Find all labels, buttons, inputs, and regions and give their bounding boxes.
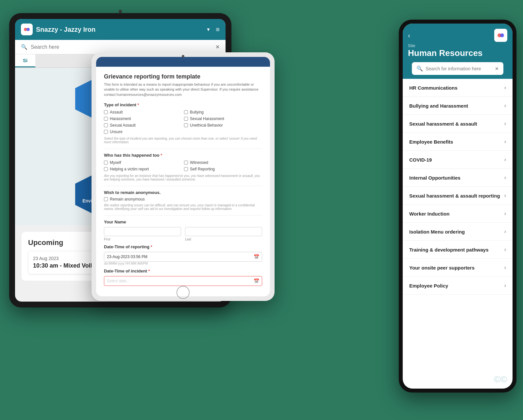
checkbox-myself-input[interactable]	[104, 161, 108, 165]
who-required-marker: *	[160, 153, 162, 158]
list-label-bullying-harassment: Bullying and Harassment	[409, 103, 504, 109]
list-item-isolation-menu[interactable]: Isolation Menu ordering ›	[403, 223, 513, 241]
phone-search-input[interactable]	[426, 66, 492, 71]
tablet-header: Snazzy - Jazzy Iron ▼ ≡	[15, 19, 226, 40]
checkbox-sexual-harassment-input[interactable]	[184, 117, 188, 121]
date-time-incident-input[interactable]: Select date... 📅	[104, 276, 262, 286]
chevron-icon: ›	[504, 121, 506, 127]
phone-title: Human Resources	[408, 48, 507, 58]
list-item-hr-communications[interactable]: HR Communications ›	[403, 79, 513, 97]
checkbox-harassment[interactable]: Harassment	[104, 116, 182, 121]
list-label-training-development: Training & development pathways	[409, 247, 504, 253]
list-label-sexual-harassment-reporting: Sexual harassment & assault reporting	[409, 193, 504, 199]
list-item-sexual-harassment[interactable]: Sexual harassment & assault ›	[403, 115, 513, 133]
checkbox-harassment-label: Harassment	[110, 116, 131, 121]
checkbox-unethical-input[interactable]	[184, 123, 188, 127]
list-item-bullying-harassment[interactable]: Bullying and Harassment ›	[403, 97, 513, 115]
chevron-icon: ›	[504, 211, 506, 217]
calendar-icon[interactable]: 📅	[254, 254, 259, 259]
chevron-icon: ›	[504, 229, 506, 235]
checkbox-sexual-assault[interactable]: Sexual Assault	[104, 123, 182, 128]
checkbox-myself[interactable]: Myself	[104, 160, 182, 165]
chevron-icon: ›	[504, 265, 506, 271]
checkbox-unsure[interactable]: Unsure	[104, 130, 182, 134]
list-item-training-development[interactable]: Training & development pathways ›	[403, 241, 513, 259]
form-tablet-screen: Grievance reporting form template This f…	[96, 57, 270, 296]
required-marker: *	[137, 102, 139, 107]
incident-type-label: Type of incident *	[104, 102, 262, 107]
list-label-hr-communications: HR Communications	[409, 85, 504, 91]
phone-search-clear-icon[interactable]: ✕	[495, 66, 499, 71]
tablet-home-button[interactable]	[177, 286, 190, 299]
checkbox-sexual-assault-input[interactable]	[104, 123, 108, 127]
checkbox-bullying-input[interactable]	[184, 110, 188, 114]
chevron-icon: ›	[504, 103, 506, 109]
phone-header-text: Site Human Resources	[408, 43, 507, 58]
phone-header-top: ‹	[408, 29, 507, 42]
date-time-report-value: 23-Aug-2023 03:56 PM	[107, 254, 147, 259]
chevron-icon: ›	[504, 157, 506, 163]
form-content: Grievance reporting form template This f…	[96, 67, 270, 296]
list-item-internal-opportunities[interactable]: Internal Opportunities ›	[403, 169, 513, 187]
first-name-input[interactable]	[104, 227, 181, 236]
chevron-icon: ›	[504, 139, 506, 145]
checkbox-self-reporting[interactable]: Self Reporting	[184, 167, 262, 171]
checkbox-unethical[interactable]: Unethical Behavior	[184, 123, 262, 128]
calendar-icon-2[interactable]: 📅	[254, 278, 259, 284]
search-input[interactable]	[31, 44, 212, 50]
checkbox-bullying[interactable]: Bullying	[184, 110, 262, 114]
date-format-hint: dd-MMM-yyyy HH:MM AM/PM	[104, 262, 262, 265]
list-label-peer-supporters: Your onsite peer supporters	[409, 265, 504, 271]
checkbox-assault-input[interactable]	[104, 110, 108, 114]
list-item-worker-induction[interactable]: Worker Induction ›	[403, 205, 513, 223]
checkbox-sexual-harassment[interactable]: Sexual Harassment	[184, 116, 262, 121]
checkbox-harassment-input[interactable]	[104, 117, 108, 121]
anon-section: Wish to remain anonymous. Remain anonymo…	[104, 190, 262, 211]
list-item-employee-benefits[interactable]: Employee Benefits ›	[403, 133, 513, 151]
search-clear-icon[interactable]: ✕	[215, 44, 220, 50]
tablet-header-left: Snazzy - Jazzy Iron	[21, 24, 95, 35]
checkbox-helping[interactable]: Helping a victim report	[104, 167, 182, 171]
date-time-report-input[interactable]: 23-Aug-2023 03:56 PM 📅	[104, 252, 262, 262]
checkbox-witnessed[interactable]: Witnessed	[184, 160, 262, 165]
checkbox-sexual-harassment-label: Sexual Harassment	[190, 116, 224, 121]
checkbox-witnessed-label: Witnessed	[190, 160, 208, 165]
dropdown-icon[interactable]: ▼	[206, 27, 211, 32]
list-item-covid[interactable]: COVID-19 ›	[403, 151, 513, 169]
first-name-field: First	[104, 227, 181, 241]
checkbox-anonymous[interactable]: Remain anonymous	[104, 197, 262, 201]
checkbox-helping-label: Helping a victim report	[110, 167, 149, 171]
checkbox-witnessed-input[interactable]	[184, 161, 188, 165]
chevron-icon: ›	[504, 175, 506, 181]
list-label-worker-induction: Worker Induction	[409, 211, 504, 217]
checkbox-self-reporting-input[interactable]	[184, 167, 188, 171]
list-label-sexual-harassment: Sexual harassment & assault	[409, 121, 504, 127]
hamburger-menu-icon[interactable]: ≡	[216, 26, 220, 33]
who-checkbox-grid: Myself Witnessed Helping a victim report…	[104, 160, 262, 171]
list-item-employee-policy[interactable]: Employee Policy ›	[403, 277, 513, 295]
list-label-employee-policy: Employee Policy	[409, 283, 504, 289]
form-divider-1	[104, 149, 262, 149]
list-item-sexual-harassment-reporting[interactable]: Sexual harassment & assault reporting ›	[403, 187, 513, 205]
incident-hint: Select the type of incident you are repo…	[104, 137, 262, 144]
form-divider-2	[104, 186, 262, 186]
chevron-icon: ›	[504, 85, 506, 91]
tab-si[interactable]: Si	[15, 54, 35, 67]
first-name-label: First	[104, 237, 181, 241]
chevron-icon: ›	[504, 283, 506, 289]
back-icon[interactable]: ‹	[408, 32, 410, 39]
checkbox-unethical-label: Unethical Behavior	[190, 123, 223, 128]
last-name-input[interactable]	[185, 227, 262, 236]
list-label-internal-opportunities: Internal Opportunities	[409, 175, 504, 181]
chevron-icon: ›	[504, 193, 506, 199]
name-row: First Last	[104, 227, 262, 241]
checkbox-assault[interactable]: Assault	[104, 110, 182, 114]
checkbox-sexual-assault-label: Sexual Assault	[110, 123, 136, 128]
tablet-header-right: ▼ ≡	[206, 26, 220, 33]
checkbox-anonymous-input[interactable]	[104, 197, 108, 201]
watermark: ©©	[494, 374, 507, 385]
list-item-peer-supporters[interactable]: Your onsite peer supporters ›	[403, 259, 513, 277]
checkbox-unsure-input[interactable]	[104, 130, 108, 134]
checkbox-helping-input[interactable]	[104, 167, 108, 171]
date-time-incident-label: Date-Time of incident *	[104, 269, 262, 273]
